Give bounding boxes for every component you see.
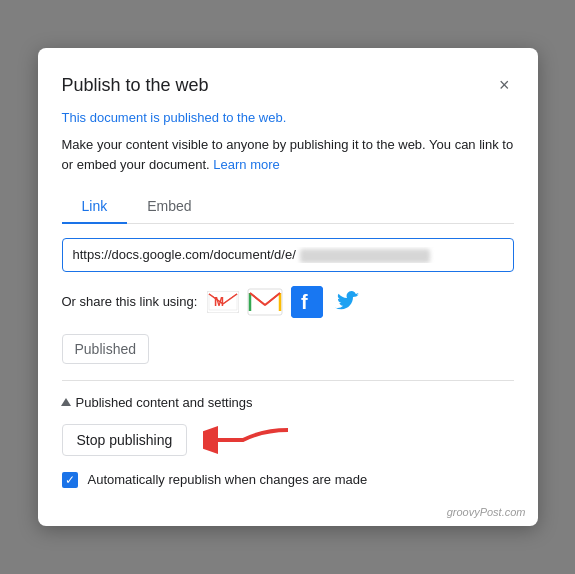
url-text: https://docs.google.com/document/d/e/ (73, 247, 503, 263)
divider (62, 380, 514, 381)
red-arrow-icon (203, 422, 293, 458)
url-blur (300, 249, 430, 263)
stop-publishing-row: Stop publishing (62, 422, 514, 458)
svg-text:f: f (301, 291, 308, 313)
published-status: This document is published to the web. (62, 110, 514, 125)
svg-text:M: M (214, 295, 224, 309)
tab-link[interactable]: Link (62, 190, 128, 224)
gmail-icon-container[interactable] (247, 288, 283, 316)
stop-publishing-button[interactable]: Stop publishing (62, 424, 188, 456)
watermark: groovyPost.com (447, 506, 526, 518)
settings-title: Published content and settings (62, 395, 514, 410)
modal-title: Publish to the web (62, 75, 209, 96)
url-input-box[interactable]: https://docs.google.com/document/d/e/ (62, 238, 514, 272)
share-icons: M (207, 286, 363, 318)
modal-header: Publish to the web × (62, 72, 514, 98)
checkbox-label: Automatically republish when changes are… (88, 472, 368, 487)
published-badge: Published (62, 334, 150, 364)
publish-modal: Publish to the web × This document is pu… (38, 48, 538, 526)
auto-republish-checkbox[interactable]: ✓ (62, 472, 78, 488)
share-row: Or share this link using: M (62, 286, 514, 318)
facebook-share-button[interactable]: f (291, 286, 323, 318)
learn-more-link[interactable]: Learn more (213, 157, 279, 172)
close-button[interactable]: × (495, 72, 514, 98)
tab-bar: Link Embed (62, 190, 514, 224)
tab-embed[interactable]: Embed (127, 190, 211, 224)
description-text: Make your content visible to anyone by p… (62, 135, 514, 174)
triangle-icon (61, 398, 71, 406)
twitter-share-button[interactable] (331, 286, 363, 318)
checkbox-row: ✓ Automatically republish when changes a… (62, 472, 514, 488)
gmail-share-button[interactable]: M (207, 289, 239, 315)
checkmark-icon: ✓ (65, 474, 75, 486)
share-label: Or share this link using: (62, 294, 198, 309)
published-settings: Published content and settings Stop publ… (62, 395, 514, 488)
